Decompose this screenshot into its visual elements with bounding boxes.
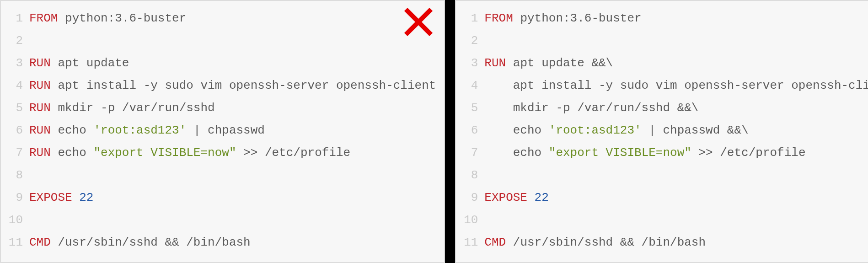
line-number: 9 (1, 187, 23, 209)
code-content: RUN apt update &&\ (484, 52, 613, 75)
line-number: 5 (456, 97, 478, 119)
code-token: EXPOSE (484, 191, 527, 204)
line-number: 11 (456, 231, 478, 254)
code-token: RUN (29, 146, 51, 160)
code-line: 8 (1, 164, 436, 187)
code-line: 9EXPOSE 22 (456, 187, 868, 209)
line-number: 1 (456, 7, 478, 30)
code-content: RUN apt update (29, 52, 129, 75)
code-token: mkdir -p /var/run/sshd (51, 101, 215, 115)
code-token: echo (484, 146, 548, 160)
code-token: echo (51, 123, 94, 137)
code-token: FROM (29, 11, 58, 25)
code-content: CMD /usr/sbin/sshd && /bin/bash (484, 231, 706, 254)
code-token: RUN (29, 123, 51, 137)
code-content: RUN echo 'root:asd123' | chpasswd (29, 119, 265, 142)
code-content: RUN apt install -y sudo vim openssh-serv… (29, 75, 436, 97)
line-number: 8 (1, 164, 23, 187)
code-line: 11CMD /usr/sbin/sshd && /bin/bash (1, 231, 436, 254)
code-line: 2 (1, 30, 436, 52)
code-line: 3RUN apt update (1, 52, 436, 75)
code-token: /usr/sbin/sshd && /bin/bash (51, 236, 251, 249)
code-content: apt install -y sudo vim openssh-server o… (484, 75, 868, 97)
code-line: 7RUN echo "export VISIBLE=now" >> /etc/p… (1, 142, 436, 164)
line-number: 3 (456, 52, 478, 75)
code-content: echo "export VISIBLE=now" >> /etc/profil… (484, 142, 805, 164)
code-content: mkdir -p /var/run/sshd &&\ (484, 97, 698, 119)
line-number: 6 (456, 119, 478, 142)
code-token: FROM (484, 11, 513, 25)
code-line: 4 apt install -y sudo vim openssh-server… (456, 75, 868, 97)
code-content: FROM python:3.6-buster (484, 7, 641, 30)
code-token: apt update &&\ (506, 56, 613, 70)
code-token: 'root:asd123' (93, 123, 186, 137)
code-line: 11CMD /usr/sbin/sshd && /bin/bash (456, 231, 868, 254)
line-number: 8 (456, 164, 478, 187)
code-token: 22 (79, 191, 93, 204)
code-content: FROM python:3.6-buster (29, 7, 186, 30)
code-line: 1FROM python:3.6-buster (456, 7, 868, 30)
code-line: 6 echo 'root:asd123' | chpasswd &&\ (456, 119, 868, 142)
code-token: CMD (29, 236, 51, 249)
code-line: 9EXPOSE 22 (1, 187, 436, 209)
code-panel-good: 1FROM python:3.6-buster23RUN apt update … (455, 0, 868, 263)
code-line: 6RUN echo 'root:asd123' | chpasswd (1, 119, 436, 142)
code-token: RUN (484, 56, 506, 70)
code-token (72, 191, 80, 204)
line-number: 11 (1, 231, 23, 254)
code-token: RUN (29, 101, 51, 115)
code-line: 8 (456, 164, 868, 187)
code-line: 10 (1, 209, 436, 231)
code-line: 4RUN apt install -y sudo vim openssh-ser… (1, 75, 436, 97)
code-line: 5 mkdir -p /var/run/sshd &&\ (456, 97, 868, 119)
code-token: apt update (51, 56, 129, 70)
comparison-container: 1FROM python:3.6-buster23RUN apt update4… (0, 0, 868, 263)
code-line: 7 echo "export VISIBLE=now" >> /etc/prof… (456, 142, 868, 164)
code-token: >> /etc/profile (691, 146, 806, 160)
panel-divider (445, 0, 455, 263)
line-number: 9 (456, 187, 478, 209)
line-number: 10 (456, 209, 478, 231)
code-token: apt install -y sudo vim openssh-server o… (51, 79, 436, 92)
line-number: 3 (1, 52, 23, 75)
line-number: 4 (1, 75, 23, 97)
code-content: RUN echo "export VISIBLE=now" >> /etc/pr… (29, 142, 350, 164)
line-number: 2 (456, 30, 478, 52)
code-token (527, 191, 535, 204)
line-number: 5 (1, 97, 23, 119)
line-number: 4 (456, 75, 478, 97)
code-line: 3RUN apt update &&\ (456, 52, 868, 75)
code-line: 5RUN mkdir -p /var/run/sshd (1, 97, 436, 119)
line-number: 2 (1, 30, 23, 52)
code-token: 'root:asd123' (549, 123, 642, 137)
code-token: "export VISIBLE=now" (93, 146, 236, 160)
code-token: python:3.6-buster (513, 11, 642, 25)
code-token: echo (484, 123, 548, 137)
code-token: /usr/sbin/sshd && /bin/bash (506, 236, 706, 249)
code-token: | chpasswd (186, 123, 265, 137)
code-panel-bad: 1FROM python:3.6-buster23RUN apt update4… (0, 0, 445, 263)
code-token: 22 (535, 191, 549, 204)
code-line: 1FROM python:3.6-buster (1, 7, 436, 30)
code-token: >> /etc/profile (236, 146, 351, 160)
code-token: CMD (484, 236, 506, 249)
code-token: echo (51, 146, 94, 160)
code-line: 10 (456, 209, 868, 231)
code-content: echo 'root:asd123' | chpasswd &&\ (484, 119, 748, 142)
code-token: "export VISIBLE=now" (549, 146, 691, 160)
code-token: | chpasswd &&\ (642, 123, 749, 137)
code-line: 2 (456, 30, 868, 52)
code-token: RUN (29, 56, 51, 70)
line-number: 7 (1, 142, 23, 164)
line-number: 7 (456, 142, 478, 164)
code-token: mkdir -p /var/run/sshd &&\ (484, 101, 698, 115)
code-token: apt install -y sudo vim openssh-server o… (484, 79, 868, 92)
code-token: python:3.6-buster (58, 11, 186, 25)
code-content: CMD /usr/sbin/sshd && /bin/bash (29, 231, 251, 254)
line-number: 1 (1, 7, 23, 30)
line-number: 6 (1, 119, 23, 142)
code-content: EXPOSE 22 (29, 187, 93, 209)
code-content: EXPOSE 22 (484, 187, 548, 209)
code-token: EXPOSE (29, 191, 72, 204)
code-token: RUN (29, 79, 51, 92)
